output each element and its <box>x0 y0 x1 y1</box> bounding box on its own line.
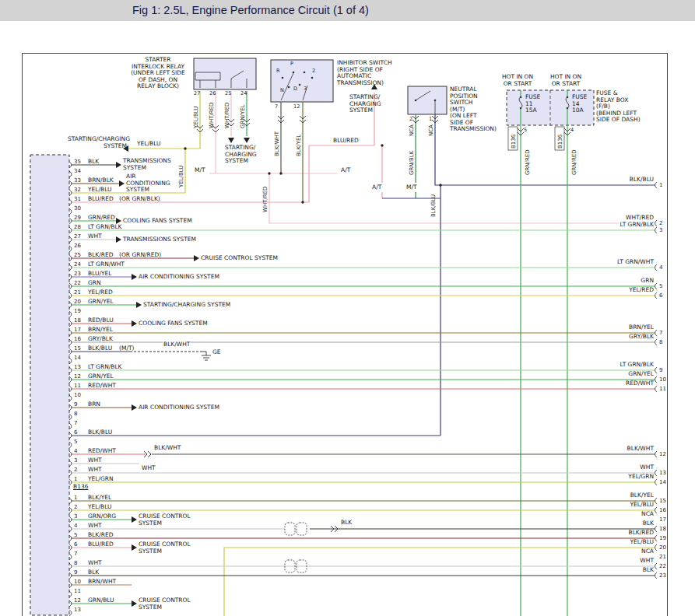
wire-label: LT GRN/BLK <box>619 362 655 369</box>
left-pin-number: 8 <box>74 560 77 567</box>
vertical-wire-label: WHT/RED <box>209 103 215 129</box>
pin-bracket <box>655 264 658 271</box>
wire-label: BLK/RED <box>88 532 114 539</box>
main-connector-block <box>30 155 69 615</box>
wire-label: BLK <box>642 520 655 527</box>
direction-arrow-icon <box>132 320 137 327</box>
wire-label: YEL/GRN <box>88 476 114 483</box>
wire-label: LT GRN/BLK <box>619 222 655 229</box>
right-pin-number: 7 <box>659 330 662 337</box>
wire-label: YEL/RED <box>88 289 113 296</box>
wire-label: BLU/RED <box>88 541 114 548</box>
direction-arrow-icon <box>116 162 121 168</box>
vertical-wire-label: NCA <box>409 124 415 136</box>
left-pin-number: 7 <box>74 551 77 558</box>
inline-connector <box>297 523 307 535</box>
system-label: AIRCONDITIONINGSYSTEM <box>126 173 170 194</box>
wire-note: (M/T) <box>119 345 134 352</box>
left-pin-number: 26 <box>74 243 81 250</box>
right-pin-number: 1 <box>659 182 662 189</box>
vertical-wire-label: GRN/YEL <box>240 104 246 128</box>
left-pin-number: 27 <box>74 233 81 240</box>
wire-label: WHT <box>88 467 102 474</box>
system-label: CRUISE CONTROL SYSTEM <box>201 255 278 262</box>
wire-label: GRN/YEL <box>88 373 114 380</box>
wire-label: YEL/BLU <box>630 539 655 546</box>
right-pin-number: 2 <box>659 220 662 227</box>
wire-label: RED/WHT <box>88 448 116 455</box>
right-pin-number: 6 <box>659 292 662 299</box>
wire-label: RED/WHT <box>88 383 116 390</box>
component-pin-number: 25 <box>225 90 231 97</box>
right-pin-number: 12 <box>659 451 666 458</box>
wire-label: BLK/BLU <box>629 177 655 184</box>
wire-label: WHT <box>88 523 102 530</box>
wire-label: BRN/YEL <box>88 327 113 334</box>
left-pin-number: 1 <box>74 476 77 483</box>
wire-label: GRN/BLU <box>88 597 114 604</box>
contact-dot <box>434 100 437 102</box>
vertical-wire-label: GRN/RED <box>525 149 531 175</box>
wire-label: YEL/BLU <box>630 502 655 509</box>
right-pin-number: 4 <box>659 264 662 271</box>
right-pin-number: 3 <box>659 227 662 234</box>
wire-label: RED/WHT <box>625 380 655 387</box>
hot-in-on-label: HOT IN ONOR START <box>497 74 538 87</box>
direction-arrow-icon <box>228 138 234 143</box>
left-pin-number: 2 <box>74 504 77 511</box>
wire-label: A/T <box>340 167 351 174</box>
vertical-wire-label: B136 <box>511 134 517 149</box>
pin-bracket <box>655 227 658 233</box>
wire-label: LT GRN/WHT <box>616 259 655 266</box>
pin-bracket <box>655 292 658 299</box>
direction-arrow-icon <box>116 236 121 243</box>
junction-dot <box>301 201 304 203</box>
component-pin-number: 27 <box>194 90 200 97</box>
pin-bracket <box>655 182 658 188</box>
vertical-wire-label: BLK/WHT <box>274 131 280 156</box>
wire-label: BLK <box>88 569 99 576</box>
wire-label: GRN/ORG <box>88 513 116 520</box>
left-pin-number: 29 <box>74 215 81 222</box>
gear-position-letter: 2 <box>312 68 315 74</box>
wire-label: BLK/BLU <box>88 429 112 436</box>
left-pin-number: 20 <box>74 299 81 306</box>
wire-label: M/T <box>405 184 418 191</box>
contact-dot <box>311 77 314 79</box>
right-pin-number: 19 <box>659 535 666 542</box>
wire-label: LT GRN/WHT <box>88 261 125 268</box>
wire-label: A/T <box>371 184 382 191</box>
wire-label: WHT <box>639 558 655 565</box>
pin-bracket <box>655 498 658 504</box>
direction-arrow-icon <box>119 180 125 187</box>
wire-label: WHT <box>639 464 655 471</box>
vertical-wire-label: WHT/RED <box>224 103 230 129</box>
ground-label: GE <box>212 349 221 356</box>
pin-bracket <box>655 479 658 485</box>
wire-label: GRY/BLK <box>628 334 655 341</box>
left-pin-number: 8 <box>74 411 77 418</box>
wire-label: YEL/BLU <box>88 187 111 194</box>
left-pin-number: 10 <box>74 392 81 399</box>
wire-label: GRN <box>88 280 101 287</box>
inhibitor-switch-box <box>271 60 333 102</box>
wire-label: RED/BLU <box>88 317 114 324</box>
title-bar: Fig 1: 2.5L, Engine Performance Circuit … <box>0 0 695 21</box>
left-pin-number: 9 <box>74 401 77 408</box>
wire-label: BRN/WHT <box>88 579 116 586</box>
contact-dot <box>282 77 284 79</box>
pin-bracket <box>655 451 658 457</box>
right-pin-number: 8 <box>659 339 662 346</box>
left-pin-number: 28 <box>74 224 81 231</box>
left-pin-number: 17 <box>74 327 81 334</box>
direction-arrow-icon <box>136 302 142 308</box>
fuse-14-label: FUSE1410A <box>572 94 587 114</box>
left-pin-number: 12 <box>74 597 81 604</box>
pin-bracket <box>655 339 658 345</box>
right-pin-number: 5 <box>659 283 662 290</box>
wire-label: BLU/RED <box>88 196 114 203</box>
left-pin-number: 4 <box>74 448 77 455</box>
pin-bracket <box>655 535 658 541</box>
gear-position-letter: 3 <box>304 86 307 92</box>
pin-bracket <box>655 386 658 392</box>
